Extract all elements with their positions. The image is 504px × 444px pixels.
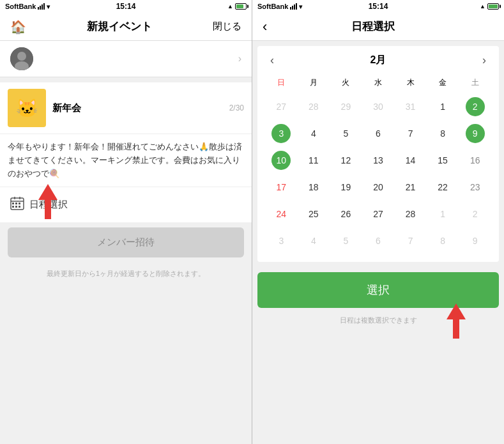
calendar-day[interactable]: 10	[265, 147, 298, 174]
calendar-day[interactable]: 14	[394, 147, 427, 174]
prev-month-button[interactable]: ‹	[265, 54, 279, 67]
calendar-day[interactable]: 12	[330, 147, 362, 174]
chevron-right-icon: ›	[238, 53, 241, 65]
calendar-week-2: 10111213141516	[265, 147, 491, 174]
calendar-day[interactable]: 19	[330, 174, 362, 201]
wifi-icon: ▾	[47, 3, 50, 10]
header-tue: 火	[330, 75, 362, 93]
calendar-day[interactable]: 11	[298, 147, 330, 174]
left-nav-title: 新規イベント	[87, 19, 152, 34]
calendar-day[interactable]: 2	[459, 201, 491, 227]
calendar-day[interactable]: 27	[362, 201, 395, 227]
calendar-day[interactable]: 8	[427, 227, 459, 254]
calendar-day[interactable]: 6	[362, 120, 395, 147]
svg-rect-7	[12, 203, 14, 204]
calendar-day[interactable]: 21	[394, 174, 427, 201]
right-nav-title: 日程選択	[351, 19, 395, 34]
calendar-day[interactable]: 29	[330, 93, 362, 120]
calendar-day[interactable]: 9	[459, 120, 491, 147]
calendar-day[interactable]: 24	[265, 201, 298, 227]
right-nav-bar: ‹ 日程選択	[252, 13, 504, 41]
calendar-day[interactable]: 3	[265, 227, 298, 254]
calendar-day[interactable]: 18	[298, 174, 330, 201]
svg-rect-8	[15, 203, 17, 204]
calendar-day[interactable]: 20	[362, 174, 395, 201]
calendar-day[interactable]: 23	[459, 174, 491, 201]
event-count: 2/30	[229, 103, 244, 112]
left-footer-note: 最終更新日から1ヶ月が経過すると削除されます。	[0, 263, 252, 285]
calendar-day[interactable]: 1	[427, 93, 459, 120]
right-status-bar: SoftBank ▾ 15:14 ▲	[252, 0, 504, 13]
calendar-day[interactable]: 4	[298, 120, 330, 147]
next-month-button[interactable]: ›	[477, 54, 491, 67]
right-signal-bars	[290, 3, 297, 10]
calendar-day[interactable]: 1	[427, 201, 459, 227]
select-button[interactable]: 選択	[257, 272, 499, 308]
calendar-week-3: 17181920212223	[265, 174, 491, 201]
calendar-day[interactable]: 8	[427, 120, 459, 147]
header-fri: 金	[427, 75, 459, 93]
left-carrier: SoftBank	[5, 3, 36, 10]
calendar-week-1: 3456789	[265, 120, 491, 147]
calendar-day[interactable]: 7	[394, 120, 427, 147]
event-info: 新年会	[52, 102, 229, 114]
calendar-day[interactable]: 25	[298, 201, 330, 227]
calendar-day[interactable]: 5	[330, 120, 362, 147]
calendar-day[interactable]: 28	[394, 201, 427, 227]
select-section: 選択	[252, 267, 504, 313]
member-invite-button[interactable]: メンバー招待	[8, 227, 244, 257]
arrow-up-icon: ▲	[227, 3, 233, 10]
calendar-day[interactable]: 22	[427, 174, 459, 201]
right-footer-note: 日程は複数選択できます	[252, 313, 504, 330]
calendar-day[interactable]: 31	[394, 93, 427, 120]
left-status-bar: SoftBank ▾ 15:14 ▲	[0, 0, 252, 13]
battery-icon	[235, 3, 247, 10]
calendar-nav: ‹ 2月 ›	[265, 54, 491, 67]
calendar-week-5: 3456789	[265, 227, 491, 254]
calendar-day[interactable]: 30	[362, 93, 395, 120]
close-button[interactable]: 閉じる	[213, 20, 241, 33]
calendar-day[interactable]: 3	[265, 120, 298, 147]
weekday-headers: 日 月 火 水 木 金 土	[265, 75, 491, 93]
calendar-day[interactable]: 28	[298, 93, 330, 120]
calendar-day[interactable]: 6	[362, 227, 395, 254]
event-header: 🐱 新年会 2/30	[0, 82, 252, 134]
header-sun: 日	[265, 75, 298, 93]
header-sat: 土	[459, 75, 491, 93]
calendar-area: ‹ 2月 › 日 月 火 水 木 金 土 2728293031123456789…	[257, 46, 499, 262]
left-status-left: SoftBank ▾	[5, 3, 50, 10]
schedule-section: 日程選択	[0, 187, 252, 222]
calendar-day[interactable]: 16	[459, 147, 491, 174]
profile-row[interactable]: ›	[0, 41, 252, 77]
calendar-day[interactable]: 17	[265, 174, 298, 201]
calendar-day[interactable]: 26	[330, 201, 362, 227]
month-title: 2月	[370, 54, 386, 67]
calendar-day[interactable]: 15	[427, 147, 459, 174]
calendar-day[interactable]: 7	[394, 227, 427, 254]
calendar-day[interactable]: 27	[265, 93, 298, 120]
svg-rect-10	[12, 206, 14, 208]
left-status-right: ▲	[227, 3, 247, 10]
left-content: › 🐱 新年会 2/30 今年もやります！新年会！開催遅れてごめんなさい🙏散歩は…	[0, 41, 252, 444]
svg-rect-9	[19, 203, 20, 204]
calendar-day[interactable]: 13	[362, 147, 395, 174]
left-phone: SoftBank ▾ 15:14 ▲ 🏠 新規イベント 閉じる	[0, 0, 252, 444]
home-icon[interactable]: 🏠	[10, 19, 26, 34]
schedule-label: 日程選択	[29, 199, 68, 211]
calendar-day[interactable]: 4	[298, 227, 330, 254]
calendar-day[interactable]: 5	[330, 227, 362, 254]
calendar-day[interactable]: 2	[459, 93, 491, 120]
header-mon: 月	[298, 75, 330, 93]
schedule-row[interactable]: 日程選択	[0, 187, 252, 222]
event-thumbnail: 🐱	[8, 89, 46, 127]
svg-rect-12	[19, 206, 20, 208]
calendar-grid-icon	[10, 196, 24, 213]
right-time: 15:14	[369, 2, 388, 11]
calendar-day[interactable]: 9	[459, 227, 491, 254]
svg-point-1	[17, 52, 26, 61]
right-status-right: ▲	[480, 3, 499, 10]
svg-rect-11	[15, 206, 17, 208]
right-wifi-icon: ▾	[299, 3, 302, 10]
event-card: 🐱 新年会 2/30 今年もやります！新年会！開催遅れてごめんなさい🙏散歩は済ま…	[0, 82, 252, 222]
back-button[interactable]: ‹	[263, 19, 267, 35]
